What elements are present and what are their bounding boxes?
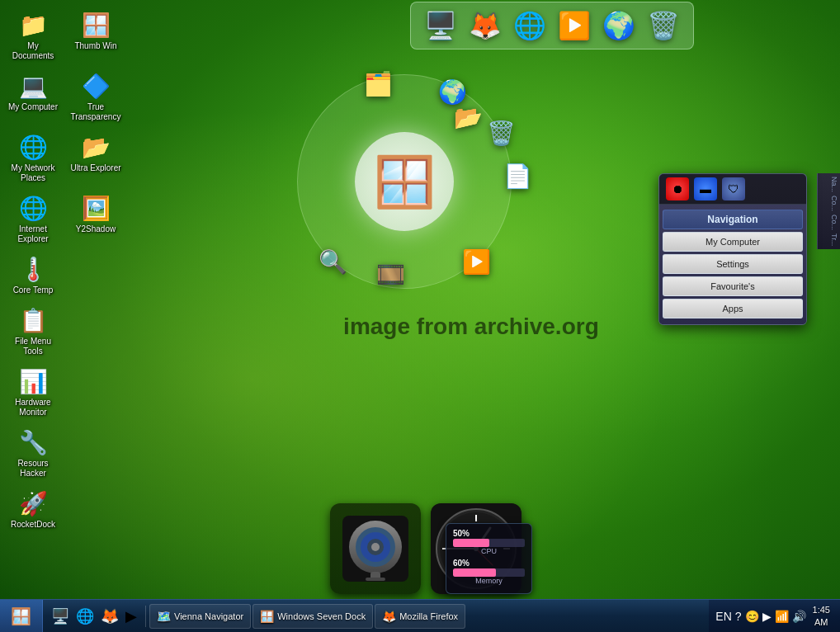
nav-apps[interactable]: Apps [663,299,803,318]
hardware-monitor-icon: 📊 [18,366,48,396]
dock-my-computer[interactable]: 🖥️ [421,6,460,45]
orbit-recycle[interactable]: 🗑️ [482,114,520,152]
right-panel-co2: Co... [819,215,838,230]
taskbar-apps: 🗺️ Vienna Navigator 🪟 Windows Seven Dock… [146,604,709,629]
icon-internet-explorer[interactable]: 🌐 Internet Explorer [3,190,63,248]
mem-label: Memory [453,577,525,585]
orbit-documents[interactable]: 📄 [498,157,536,195]
mem-row: 60% Memory [453,559,525,585]
firefox-quick-icon[interactable]: 🦊 [99,606,120,627]
nav-panel-shield-btn[interactable]: 🛡 [722,177,745,200]
true-transparency-label: True Transparency [69,102,122,122]
system-tray: EN ? 😊 ▶ 📶 🔊 1:45 AM [709,600,840,632]
resours-hacker-icon: 🔧 [18,427,48,457]
dock-media-player[interactable]: ▶️ [554,6,594,45]
y2shadow-icon: 🖼️ [81,193,111,223]
thumb-win-icon: 🪟 [81,10,111,40]
right-panel-na: Na... [819,177,838,192]
icon-core-temp[interactable]: 🌡️ Core Temp [3,251,63,299]
cpu-label: CPU [453,547,525,555]
icon-row-0: 📁 My Documents 🪟 Thumb Win [3,7,129,64]
ultra-explorer-label: Ultra Explorer [70,163,120,173]
dock-network[interactable]: 🌍 [599,6,639,45]
tray-help[interactable]: ? [735,610,742,623]
my-documents-label: My Documents [7,41,59,61]
start-button[interactable]: 🪟 [0,600,43,632]
firefox-task-icon: 🦊 [382,610,396,623]
tray-volume[interactable]: 🔊 [792,610,806,623]
rocketdock-label: RocketDock [11,520,55,530]
nav-settings[interactable]: Settings [663,254,803,274]
icon-row-4: 🌡️ Core Temp [3,251,129,299]
windows-logo-button[interactable]: 🪟 [355,132,454,231]
my-computer-label: My Computer [8,102,58,112]
orbit-film[interactable]: 🎞️ [371,255,409,293]
vienna-nav-icon: 🗺️ [157,610,171,623]
firefox-task-label: Mozilla Firefox [399,611,458,621]
icon-row-7: 🔧 Resours Hacker [3,424,129,482]
nav-panel-title: Navigation [663,210,803,229]
orbit-search[interactable]: 🔍 [314,243,352,281]
firefox-task[interactable]: 🦊 Mozilla Firefox [375,604,465,629]
dock-recycle[interactable]: 🗑️ [644,6,683,45]
expand-quick-icon[interactable]: ▶ [124,606,139,627]
nav-panel-navigation: Navigation My Computer Settings Favourit… [659,205,806,324]
right-panel-co1: Co... [819,196,838,211]
nav-favourites[interactable]: Favourite's [663,276,803,296]
dock-firefox[interactable]: 🦊 [465,6,505,45]
icon-my-documents[interactable]: 📁 My Documents [3,7,63,64]
icon-my-computer[interactable]: 💻 My Computer [3,68,63,125]
system-clock[interactable]: 1:45 AM [809,604,833,628]
dock-ie[interactable]: 🌐 [510,6,550,45]
circular-menu: 🪟 📂 🗂️ 🌍 🗑️ 📄 🔍 🎞️ ▶️ [281,58,528,305]
dock-container: 🖥️ 🦊 🌐 ▶️ 🌍 🗑️ [410,2,694,50]
core-temp-icon: 🌡️ [18,254,48,284]
orbit-video-play[interactable]: ▶️ [457,243,495,281]
tray-play[interactable]: ▶ [762,610,772,623]
clock-ampm: AM [814,616,828,628]
network-places-icon: 🌐 [18,132,48,162]
tray-emoji[interactable]: 😊 [745,610,759,623]
show-desktop-icon[interactable]: 🖥️ [50,606,71,627]
nav-panel-red-btn[interactable]: ⏺ [666,177,689,200]
icon-row-1: 💻 My Computer 🔷 True Transparency [3,68,129,125]
ie-quick-icon[interactable]: 🌐 [74,606,96,627]
mem-percent: 60% [453,559,470,568]
taskbar: 🪟 🖥️ 🌐 🦊 ▶ 🗺️ Vienna Navigator 🪟 Windows… [0,599,840,632]
internet-explorer-icon: 🌐 [18,193,48,223]
icon-row-5: 📋 File Menu Tools [3,302,129,360]
icon-file-menu-tools[interactable]: 📋 File Menu Tools [3,302,63,360]
svg-point-5 [371,543,380,551]
start-icon: 🪟 [11,606,31,626]
y2shadow-label: Y2Shadow [76,224,116,234]
icon-thumb-win[interactable]: 🪟 Thumb Win [66,7,125,64]
icon-true-transparency[interactable]: 🔷 True Transparency [66,68,125,125]
cpu-percent: 50% [453,529,470,538]
vienna-nav-task[interactable]: 🗺️ Vienna Navigator [149,604,251,629]
tray-lang[interactable]: EN [715,610,731,623]
icon-ultra-explorer[interactable]: 📂 Ultra Explorer [66,129,125,186]
orbit-folder-stack[interactable]: 🗂️ [359,64,397,102]
icon-rocketdock[interactable]: 🚀 RocketDock [3,485,63,533]
orbit-globe[interactable]: 🌍 [433,73,471,111]
nav-panel-blue-btn[interactable]: ▬ [694,177,717,200]
rocketdock-icon: 🚀 [18,488,48,518]
tray-network[interactable]: 📶 [775,610,789,623]
cpu-bar-bg [453,539,525,547]
icon-row-3: 🌐 Internet Explorer 🖼️ Y2Shadow [3,190,129,248]
internet-explorer-label: Internet Explorer [7,224,59,244]
vienna-nav-label: Vienna Navigator [174,611,243,621]
icon-y2shadow[interactable]: 🖼️ Y2Shadow [66,190,125,248]
mem-bar-fill [453,568,496,577]
icon-hardware-monitor[interactable]: 📊 Hardware Monitor [3,363,63,421]
win7-dock-task[interactable]: 🪟 Windows Seven Dock [252,604,373,629]
network-places-label: My Network Places [7,163,59,183]
nav-my-computer[interactable]: My Computer [663,232,803,252]
right-panel-tra: Tr... [819,233,838,246]
media-center-widget[interactable] [330,503,421,594]
resours-hacker-label: Resours Hacker [7,459,59,479]
right-panel: Na... Co... Co... Tr... [817,173,840,249]
top-dock: 🖥️ 🦊 🌐 ▶️ 🌍 🗑️ [264,0,840,50]
icon-network-places[interactable]: 🌐 My Network Places [3,129,63,186]
icon-resours-hacker[interactable]: 🔧 Resours Hacker [3,424,63,482]
